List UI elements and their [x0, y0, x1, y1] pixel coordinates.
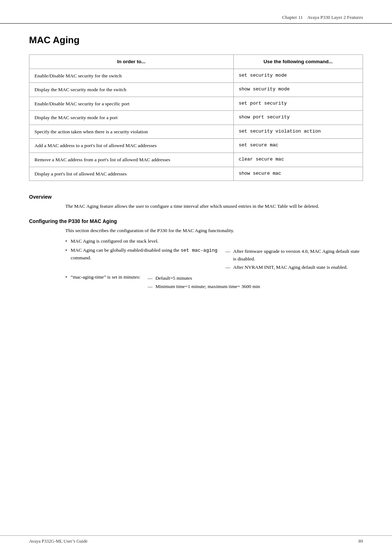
sub-bullet-list: After firmware upgrade to version 4.0, M… [218, 248, 363, 272]
table-row: Remove a MAC address from a port's list … [29, 153, 363, 167]
table-cell-command: set port security [233, 97, 363, 111]
configuring-title: Configuring the P330 for MAC Aging [29, 218, 363, 224]
table-row: Enable/Disable MAC security for a specif… [29, 97, 363, 111]
table-cell-description: Display a port's list of allowed MAC add… [29, 167, 234, 181]
table-cell-command: set security mode [233, 69, 363, 83]
table-cell-description: Display the MAC security mode for a port [29, 111, 234, 125]
configuring-bullets: MAC Aging is configured on the stack lev… [65, 238, 363, 291]
configuring-section: Configuring the P330 for MAC Aging This … [29, 218, 363, 291]
bullet-item: MAC Aging can be globally enabled/disabl… [65, 247, 363, 272]
table-cell-description: Display the MAC security mode for the sw… [29, 83, 234, 97]
overview-text: The MAC Aging feature allows the user to… [65, 203, 363, 210]
table-cell-command: clear secure mac [233, 153, 363, 167]
command-table: In order to... Use the following command… [29, 54, 363, 181]
table-cell-description: Remove a MAC address from a port's list … [29, 153, 234, 167]
header-chapter: Chapter 11 Avaya P330 Layer 2 Features [282, 15, 363, 20]
sub-bullet-item: After firmware upgrade to version 4.0, M… [225, 248, 363, 263]
table-cell-description: Add a MAC address to a port's list of al… [29, 139, 234, 153]
sub-bullet-item: After NVRAM INIT, MAC Aging default stat… [225, 264, 363, 271]
chapter-title: Avaya P330 Layer 2 Features [307, 15, 363, 20]
col2-header: Use the following command... [233, 55, 363, 69]
table-row: Display the MAC security mode for the sw… [29, 83, 363, 97]
table-cell-command: show security mode [233, 83, 363, 97]
table-row: Display the MAC security mode for a port… [29, 111, 363, 125]
page-header: Chapter 11 Avaya P330 Layer 2 Features [0, 0, 392, 24]
table-row: Enable/Disable MAC security for the swit… [29, 69, 363, 83]
bullet-item: MAC Aging is configured on the stack lev… [65, 238, 363, 245]
main-content: MAC Aging In order to... Use the followi… [0, 24, 392, 321]
page: Chapter 11 Avaya P330 Layer 2 Features M… [0, 0, 392, 555]
table-cell-description: Enable/Disable MAC security for the swit… [29, 69, 234, 83]
table-row: Add a MAC address to a port's list of al… [29, 139, 363, 153]
table-header-row: In order to... Use the following command… [29, 55, 363, 69]
overview-body: The MAC Aging feature allows the user to… [29, 203, 363, 210]
table-cell-description: Enable/Disable MAC security for a specif… [29, 97, 234, 111]
section-title: MAC Aging [29, 35, 363, 46]
table-cell-command: set secure mac [233, 139, 363, 153]
overview-section: Overview The MAC Aging feature allows th… [29, 194, 363, 210]
configuring-intro: This section describes the configuration… [65, 227, 363, 235]
configuring-body: This section describes the configuration… [29, 227, 363, 291]
overview-title: Overview [29, 194, 363, 200]
table-cell-command: show secure mac [233, 167, 363, 181]
chapter-label: Chapter 11 [282, 15, 303, 20]
sub-bullet-item: Default=5 minutes [148, 275, 260, 282]
table-row: Specify the action taken when there is a… [29, 125, 363, 139]
page-footer: Avaya P332G-ML User’s Guide 89 [0, 535, 392, 544]
bullet-item: “mac-aging-time” is set in minutes:Defau… [65, 274, 363, 291]
footer-right: 89 [359, 539, 363, 544]
col1-header: In order to... [29, 55, 234, 69]
sub-bullet-item: Minimum time=1 minute; maximum time= 360… [148, 283, 260, 291]
footer-left: Avaya P332G-ML User’s Guide [29, 539, 87, 544]
table-cell-description: Specify the action taken when there is a… [29, 125, 234, 139]
sub-bullet-list: Default=5 minutesMinimum time=1 minute; … [140, 275, 260, 291]
table-row: Display a port's list of allowed MAC add… [29, 167, 363, 181]
table-cell-command: show port security [233, 111, 363, 125]
table-cell-command: set security violation action [233, 125, 363, 139]
